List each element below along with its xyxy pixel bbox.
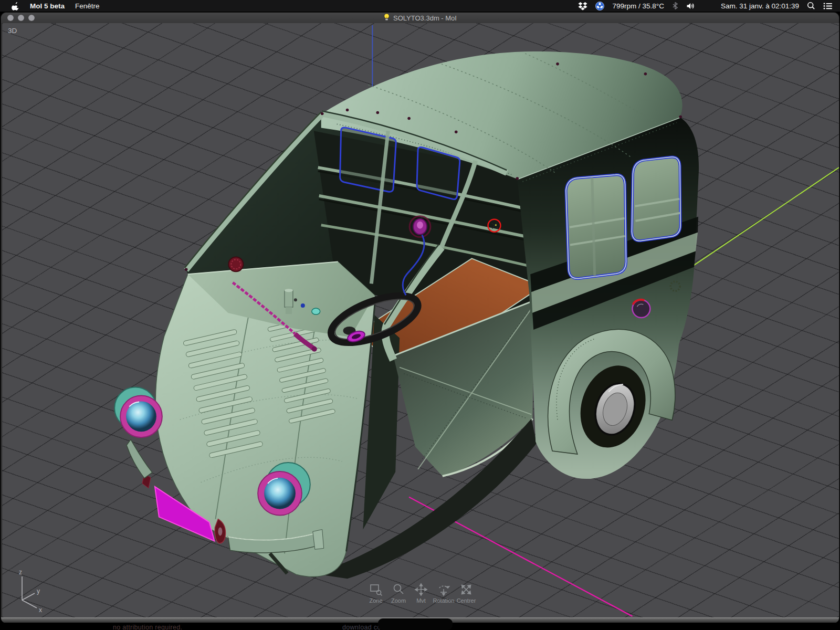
menu-bar: MoI 5 beta Fenêtre 799rpm / 35.8°C Sam. … bbox=[0, 0, 840, 12]
moi-window: SOLYTO3.3dm - MoI 3D bbox=[1, 13, 839, 623]
zoom-label: Zoom bbox=[391, 597, 406, 604]
triad-x-label: x bbox=[39, 606, 42, 614]
viewport-label-3d: 3D bbox=[8, 27, 17, 35]
app-bulb-icon bbox=[383, 13, 390, 23]
fan-status-text[interactable]: 799rpm / 35.8°C bbox=[612, 2, 664, 10]
menu-clock[interactable]: Sam. 31 janv. à 02:01:39 bbox=[721, 2, 799, 10]
pan-button[interactable]: Mvt bbox=[412, 583, 430, 604]
traffic-light-zoom[interactable] bbox=[28, 15, 35, 21]
volume-icon[interactable] bbox=[686, 2, 695, 10]
center-button[interactable]: Centrer bbox=[457, 583, 476, 604]
zoom-button[interactable]: Zoom bbox=[389, 583, 408, 604]
search-icon[interactable] bbox=[807, 2, 815, 10]
side-window-front[interactable] bbox=[566, 175, 626, 279]
fan-app-icon[interactable] bbox=[595, 2, 604, 10]
triad-y-label: y bbox=[37, 587, 40, 595]
rotate-button[interactable]: Rotation bbox=[434, 583, 453, 604]
bluetooth-icon[interactable] bbox=[672, 2, 678, 10]
tail-light[interactable] bbox=[632, 300, 650, 318]
background-text-left: no attribution required. bbox=[113, 624, 182, 630]
view-toolbar: Zone Zoom Mvt Rotation Centrer bbox=[366, 583, 476, 604]
app-menu-name[interactable]: MoI 5 beta bbox=[30, 2, 65, 10]
traffic-light-close[interactable] bbox=[7, 15, 14, 21]
background-black-tab bbox=[378, 618, 453, 630]
center-label: Centrer bbox=[457, 597, 476, 604]
window-titlebar[interactable]: SOLYTO3.3dm - MoI bbox=[1, 13, 839, 23]
axis-triad: z y x bbox=[12, 569, 54, 617]
traffic-light-minimize[interactable] bbox=[18, 15, 24, 21]
rotate-label: Rotation bbox=[433, 597, 455, 604]
zone-zoom-button[interactable]: Zone bbox=[366, 583, 385, 604]
french-flag-icon[interactable] bbox=[703, 3, 713, 9]
pan-label: Mvt bbox=[416, 597, 426, 604]
dash-column-cap bbox=[285, 289, 293, 314]
headlight-left[interactable] bbox=[114, 387, 162, 438]
side-window-rear[interactable] bbox=[632, 157, 680, 241]
zone-label: Zone bbox=[369, 597, 382, 604]
scene-3d[interactable] bbox=[2, 23, 839, 617]
van-model[interactable] bbox=[114, 51, 699, 579]
list-menu-icon[interactable] bbox=[823, 2, 833, 10]
axis-line-y-green bbox=[691, 167, 839, 267]
dropbox-icon[interactable] bbox=[578, 2, 587, 10]
viewport-canvas[interactable]: 3D bbox=[2, 23, 839, 617]
dash-teal-item bbox=[312, 308, 320, 314]
triad-z-label: z bbox=[19, 569, 22, 576]
window-title: SOLYTO3.3dm - MoI bbox=[393, 14, 457, 22]
apple-icon[interactable] bbox=[12, 2, 19, 10]
menu-item-fenetre[interactable]: Fenêtre bbox=[75, 2, 100, 10]
